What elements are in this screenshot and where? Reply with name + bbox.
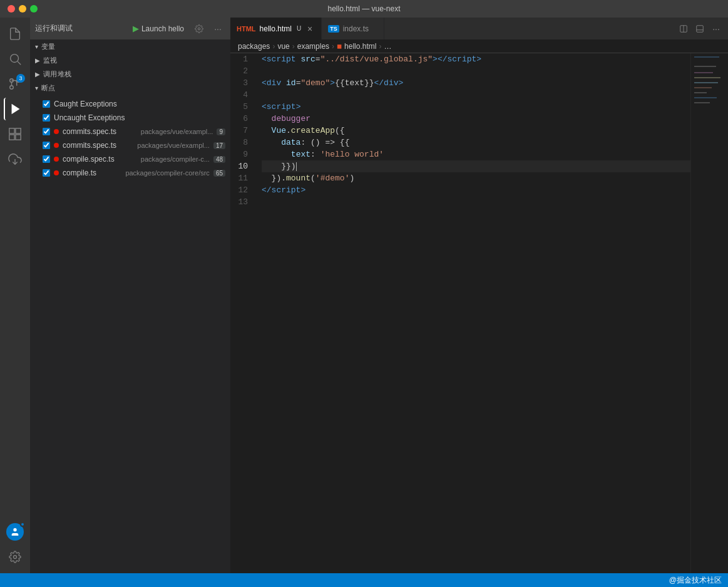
token: > — [476, 53, 481, 65]
svg-rect-21 — [694, 72, 713, 73]
uncaught-exceptions-label: Uncaught Exceptions — [54, 113, 125, 122]
code-editor[interactable]: 1 2 3 4 5 6 7 8 9 10 11 12 13 <script sr… — [230, 53, 728, 573]
bp-checkbox-1[interactable] — [43, 142, 50, 149]
bp-checkbox-2[interactable] — [43, 155, 50, 163]
token: Vue — [272, 125, 286, 137]
debug-toolbar: 运行和调试 ▶ Launch hello ··· — [30, 18, 230, 39]
code-lines: <script src="../dist/vue.global.js"></sc… — [262, 53, 690, 573]
run-icon — [9, 102, 23, 116]
token: : () => — [300, 137, 339, 148]
tab-label-index-ts: index.ts — [343, 24, 369, 33]
minimize-button[interactable] — [19, 5, 26, 13]
callstack-arrow: ▶ — [35, 71, 41, 78]
token: ( — [310, 172, 315, 184]
breakpoint-item-1[interactable]: commits.spec.ts packages/vue/exampl... 1… — [30, 138, 230, 152]
tab-index-ts[interactable]: TS index.ts — [322, 18, 384, 39]
breakpoint-item-0[interactable]: commits.spec.ts packages/vue/exampl... 9 — [30, 125, 230, 138]
activity-item-remote[interactable] — [4, 148, 26, 170]
bp-count-0: 9 — [217, 128, 225, 135]
svg-rect-20 — [694, 66, 716, 67]
window-controls[interactable] — [8, 5, 38, 13]
code-line-13 — [262, 196, 690, 208]
code-line-8: data: () => {{ — [262, 137, 690, 148]
maximize-button[interactable] — [30, 5, 38, 13]
close-button[interactable] — [8, 5, 15, 13]
breadcrumb-ellipsis[interactable]: … — [384, 42, 391, 51]
breakpoint-item-caught[interactable]: Caught Exceptions — [30, 97, 230, 111]
svg-point-13 — [14, 556, 17, 559]
tab-hello-html[interactable]: HTML hello.html U × — [230, 18, 322, 39]
breadcrumb-examples[interactable]: examples — [297, 42, 329, 51]
left-panel: 运行和调试 ▶ Launch hello ··· ▾ 变量 ▶ — [30, 18, 230, 573]
code-line-4 — [262, 89, 690, 101]
code-line-7: Vue.createApp({ — [262, 125, 690, 137]
more-actions-button[interactable]: ··· — [709, 22, 723, 36]
token: { — [345, 137, 350, 148]
activity-item-run[interactable] — [4, 98, 26, 120]
activity-item-explorer[interactable] — [4, 23, 26, 45]
html-file-icon: HTML — [237, 25, 256, 33]
line-numbers: 1 2 3 4 5 6 7 8 9 10 11 12 13 — [230, 53, 262, 573]
breakpoint-item-2[interactable]: compile.spec.ts packages/compiler-c... 4… — [30, 152, 230, 166]
line-num-1: 1 — [230, 53, 254, 65]
files-icon — [8, 27, 22, 41]
svg-rect-8 — [16, 128, 21, 133]
variables-section-header[interactable]: ▾ 变量 — [30, 39, 230, 53]
activity-bar: 3 — [0, 18, 30, 573]
token: '#demo' — [315, 172, 350, 184]
toggle-panel-button[interactable] — [693, 22, 707, 36]
breakpoint-item-uncaught[interactable]: Uncaught Exceptions — [30, 111, 230, 125]
breadcrumb-hello-html[interactable]: hello.html — [344, 42, 376, 51]
uncaught-exceptions-checkbox[interactable] — [43, 114, 50, 122]
token: script — [448, 53, 477, 65]
breadcrumb-sep-4: › — [379, 42, 381, 51]
token: < — [262, 53, 267, 65]
window-title: hello.html — vue-next — [327, 4, 400, 13]
token: > — [300, 184, 305, 196]
bp-checkbox-0[interactable] — [43, 128, 50, 135]
minimap — [690, 53, 728, 573]
activity-item-source-control[interactable]: 3 — [4, 73, 26, 95]
breakpoints-section-header[interactable]: ▾ 断点 — [30, 81, 230, 95]
token: {{text}} — [335, 77, 374, 89]
bp-filename-1: commits.spec.ts — [63, 141, 116, 150]
breakpoint-item-3[interactable]: compile.ts packages/compiler-core/src 65 — [30, 166, 230, 180]
bp-count-1: 17 — [213, 142, 225, 149]
caught-exceptions-checkbox[interactable] — [43, 100, 50, 108]
svg-rect-22 — [694, 77, 720, 78]
token: < — [262, 101, 267, 113]
activity-item-settings[interactable] — [4, 546, 26, 568]
token: "../dist/vue.global.js" — [320, 53, 433, 65]
line-num-4: 4 — [230, 89, 254, 101]
variables-label: 变量 — [41, 42, 56, 51]
breakpoints-list: Caught Exceptions Uncaught Exceptions co… — [30, 95, 230, 182]
statusbar: @掘金技术社区 — [0, 573, 728, 587]
debug-config-button[interactable] — [192, 21, 207, 36]
token: } — [286, 160, 291, 172]
gear-icon — [195, 24, 203, 33]
bp-checkbox-3[interactable] — [43, 169, 50, 177]
debug-more-button[interactable]: ··· — [210, 21, 225, 36]
launch-button[interactable]: ▶ Launch hello — [129, 23, 188, 34]
breadcrumb-vue[interactable]: vue — [277, 42, 289, 51]
split-editor-button[interactable] — [677, 22, 690, 36]
bp-path-3: packages/compiler-core/src — [125, 169, 210, 177]
token — [262, 160, 281, 172]
svg-rect-25 — [694, 92, 707, 93]
breadcrumb-sep-2: › — [292, 42, 295, 51]
activity-item-account[interactable] — [4, 521, 26, 543]
token: script — [267, 101, 296, 113]
split-icon — [679, 24, 688, 33]
token: } — [281, 160, 286, 172]
launch-label: Launch hello — [141, 24, 184, 33]
breadcrumb-packages[interactable]: packages — [238, 42, 270, 51]
token — [296, 53, 301, 65]
callstack-section-header[interactable]: ▶ 调用堆栈 — [30, 67, 230, 81]
activity-item-extensions[interactable] — [4, 123, 26, 145]
token: { — [340, 137, 345, 148]
line-num-5: 5 — [230, 101, 254, 113]
svg-line-1 — [18, 61, 21, 65]
tab-close-hello-html[interactable]: × — [305, 24, 315, 34]
activity-item-search[interactable] — [4, 48, 26, 70]
watch-section-header[interactable]: ▶ 监视 — [30, 53, 230, 67]
